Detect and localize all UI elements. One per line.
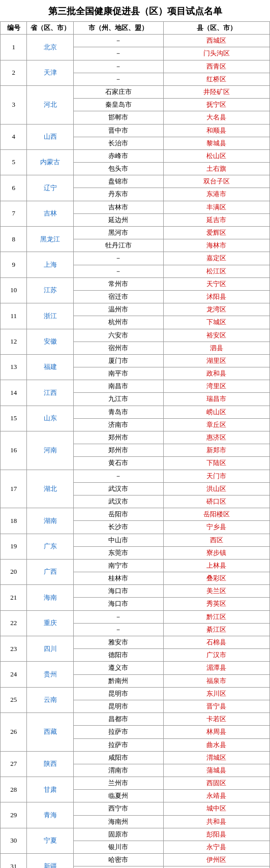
city-cell: 海南州 xyxy=(73,815,163,828)
county-cell: 西区 xyxy=(163,534,269,546)
province-cell: 吉林 xyxy=(27,201,74,226)
num-cell: 28 xyxy=(1,777,27,802)
county-cell: 政和县 xyxy=(163,367,269,380)
county-cell: 湄潭县 xyxy=(163,662,269,674)
city-cell: － xyxy=(73,35,163,47)
num-cell: 19 xyxy=(1,534,27,559)
table-row: 12安徽六安市裕安区 xyxy=(1,329,270,342)
county-cell: 曲水县 xyxy=(163,738,269,751)
province-cell: 广东 xyxy=(27,534,74,559)
table-row: 6辽宁盘锦市双台子区 xyxy=(1,175,270,188)
county-cell: 下陆区 xyxy=(163,457,269,470)
num-cell: 1 xyxy=(1,35,27,60)
county-cell: 爱辉区 xyxy=(163,227,269,239)
county-cell: 硚口区 xyxy=(163,495,269,508)
province-cell: 黑龙江 xyxy=(27,227,74,252)
city-cell: － xyxy=(73,60,163,73)
province-cell: 海南 xyxy=(27,585,74,610)
city-cell: 南平市 xyxy=(73,367,163,380)
province-cell: 西藏 xyxy=(27,713,74,752)
city-cell: 六安市 xyxy=(73,329,163,342)
table-row: 10江苏常州市天宁区 xyxy=(1,277,270,290)
table-row: 26西藏昌都市卡若区 xyxy=(1,713,270,726)
num-cell: 16 xyxy=(1,431,27,470)
county-cell: 双台子区 xyxy=(163,175,269,188)
city-cell: 郑州市 xyxy=(73,431,163,444)
province-cell: 上海 xyxy=(27,252,74,277)
province-cell: 浙江 xyxy=(27,303,74,329)
county-cell: 裕安区 xyxy=(163,329,269,342)
province-cell: 陕西 xyxy=(27,751,74,777)
city-cell: － xyxy=(73,623,163,636)
county-cell: 彭阳县 xyxy=(163,828,269,841)
header-province: 省（区、市） xyxy=(27,22,74,35)
county-cell: 东川区 xyxy=(163,687,269,700)
city-cell: 西宁市 xyxy=(73,802,163,815)
county-cell: 湾里区 xyxy=(163,380,269,393)
province-cell: 甘肃 xyxy=(27,777,74,802)
city-cell: 桂林市 xyxy=(73,572,163,585)
county-cell: 西城区 xyxy=(163,35,269,47)
city-cell: 拉萨市 xyxy=(73,726,163,738)
county-cell: 叠彩区 xyxy=(163,572,269,585)
city-cell: 厦门市 xyxy=(73,354,163,367)
province-cell: 湖南 xyxy=(27,508,74,534)
table-row: 28甘肃兰州市西固区 xyxy=(1,777,270,790)
city-cell: 哈密市 xyxy=(73,854,163,866)
city-cell: － xyxy=(73,252,163,265)
county-cell: 洪山区 xyxy=(163,482,269,495)
county-cell: 林周县 xyxy=(163,726,269,738)
table-row: 16河南郑州市惠济区 xyxy=(1,431,270,444)
num-cell: 4 xyxy=(1,124,27,149)
num-cell: 17 xyxy=(1,470,27,508)
table-row: 15山东青岛市崂山区 xyxy=(1,406,270,418)
province-cell: 安徽 xyxy=(27,329,74,354)
table-row: 8黑龙江黑河市爱辉区 xyxy=(1,227,270,239)
city-cell: 丹东市 xyxy=(73,188,163,201)
city-cell: 黑河市 xyxy=(73,227,163,239)
num-cell: 12 xyxy=(1,329,27,354)
city-cell: 德阳市 xyxy=(73,649,163,662)
county-cell: 天门市 xyxy=(163,470,269,482)
county-cell: 广汉市 xyxy=(163,649,269,662)
city-cell: 杭州市 xyxy=(73,316,163,329)
city-cell: 黄石市 xyxy=(73,457,163,470)
city-cell: 海口市 xyxy=(73,598,163,610)
county-cell: 石棉县 xyxy=(163,636,269,649)
province-cell: 湖北 xyxy=(27,470,74,508)
city-cell: 固原市 xyxy=(73,828,163,841)
county-cell: 西固区 xyxy=(163,777,269,790)
table-row: 29青海西宁市城中区 xyxy=(1,802,270,815)
num-cell: 23 xyxy=(1,636,27,662)
num-cell: 31 xyxy=(1,854,27,868)
city-cell: 拉萨市 xyxy=(73,738,163,751)
city-cell: 昌都市 xyxy=(73,713,163,726)
province-cell: 天津 xyxy=(27,60,74,85)
county-cell: 龙湾区 xyxy=(163,303,269,316)
county-cell: 綦江区 xyxy=(163,623,269,636)
county-cell: 美兰区 xyxy=(163,585,269,598)
county-cell: 福泉市 xyxy=(163,674,269,687)
table-row: 1北京－西城区 xyxy=(1,35,270,47)
num-cell: 29 xyxy=(1,802,27,828)
city-cell: － xyxy=(73,610,163,623)
county-cell: 海林市 xyxy=(163,239,269,252)
num-cell: 26 xyxy=(1,713,27,752)
city-cell: 兰州市 xyxy=(73,777,163,790)
city-cell: 郑州市 xyxy=(73,444,163,457)
county-cell: 井陉矿区 xyxy=(163,85,269,98)
table-row: 25云南昆明市东川区 xyxy=(1,687,270,700)
county-cell: 瑞昌市 xyxy=(163,393,269,406)
city-cell: 九江市 xyxy=(73,393,163,406)
county-cell: 永宁县 xyxy=(163,841,269,854)
province-cell: 贵州 xyxy=(27,662,74,687)
num-cell: 22 xyxy=(1,610,27,636)
table-row: 30宁夏固原市彭阳县 xyxy=(1,828,270,841)
table-row: 21海南海口市美兰区 xyxy=(1,585,270,598)
table-row: 31新疆哈密市伊州区 xyxy=(1,854,270,866)
header-num: 编号 xyxy=(1,22,27,35)
province-cell: 云南 xyxy=(27,687,74,712)
province-cell: 宁夏 xyxy=(27,828,74,853)
county-cell: 永靖县 xyxy=(163,790,269,802)
num-cell: 20 xyxy=(1,559,27,584)
